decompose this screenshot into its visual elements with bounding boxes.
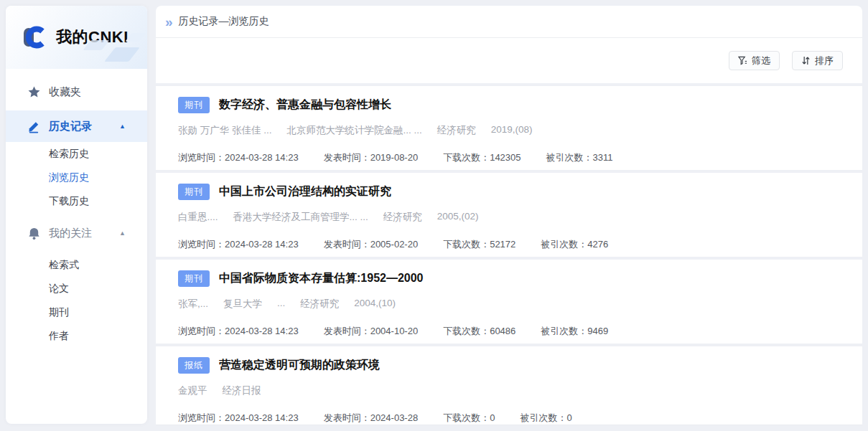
sidebar-item-browse-history[interactable]: 浏览历史 <box>6 166 147 189</box>
sidebar-item-papers[interactable]: 论文 <box>6 277 147 300</box>
breadcrumb: » 历史记录—浏览历史 <box>156 6 862 38</box>
record-list: 期刊数字经济、普惠金融与包容性增长张勋 万广华 张佳佳 ...北京师范大学统计学… <box>156 86 862 425</box>
record-title-link[interactable]: 营造稳定透明可预期的政策环境 <box>219 358 380 373</box>
toolbar: 筛选 排序 <box>156 38 862 83</box>
meta-segment: 经济研究 <box>437 124 476 137</box>
record-stats: 浏览时间：2024-03-28 14:23发表时间：2019-08-20下载次数… <box>178 151 862 164</box>
record-meta: 张军,...复旦大学...经济研究2004,(10) <box>178 298 862 311</box>
record-type-badge: 期刊 <box>178 184 210 200</box>
logo-decoration <box>104 47 140 62</box>
meta-segment: 2004,(10) <box>354 298 396 311</box>
sidebar-item-download-history[interactable]: 下载历史 <box>6 189 147 213</box>
stat-browse-time: 浏览时间：2024-03-28 14:23 <box>178 325 299 338</box>
sidebar-item-history[interactable]: 历史记录 ▲ <box>6 110 147 142</box>
meta-segment: 香港大学经济及工商管理学... ... <box>233 211 368 224</box>
sidebar-nav: 收藏夹 历史记录 ▲ 检索历史 浏览历史 下载历史 <box>6 69 147 348</box>
meta-segment: 北京师范大学统计学院金融... ... <box>287 124 422 137</box>
stat-citations: 被引次数：3311 <box>546 151 613 164</box>
sort-button-label: 排序 <box>815 55 834 67</box>
meta-segment: 金观平 <box>178 384 207 397</box>
meta-segment: 张军,... <box>178 298 208 311</box>
meta-segment: 经济日报 <box>223 384 261 397</box>
stat-citations: 被引次数：9469 <box>541 325 608 338</box>
main-content: » 历史记录—浏览历史 筛选 排序 <box>156 6 862 425</box>
sort-button[interactable]: 排序 <box>792 51 843 70</box>
record-row: 期刊中国上市公司治理结构的实证研究白重恩....香港大学经济及工商管理学... … <box>156 173 862 257</box>
sidebar-item-label: 历史记录 <box>49 120 92 133</box>
stat-browse-time: 浏览时间：2024-03-28 14:23 <box>178 412 299 425</box>
sidebar-item-favorites[interactable]: 收藏夹 <box>6 76 147 108</box>
stat-publish-time: 发表时间：2024-03-28 <box>324 412 419 425</box>
stat-downloads: 下载次数：60486 <box>443 325 515 338</box>
record-title-link[interactable]: 数字经济、普惠金融与包容性增长 <box>219 98 391 113</box>
record-row: 期刊数字经济、普惠金融与包容性增长张勋 万广华 张佳佳 ...北京师范大学统计学… <box>156 86 862 170</box>
star-icon <box>27 85 41 99</box>
meta-segment: ... <box>277 298 285 311</box>
stat-browse-time: 浏览时间：2024-03-28 14:23 <box>178 151 299 164</box>
record-type-badge: 期刊 <box>178 97 210 113</box>
record-stats: 浏览时间：2024-03-28 14:23发表时间：2004-10-20下载次数… <box>178 325 862 338</box>
sidebar-item-follow[interactable]: 我的关注 ▲ <box>6 217 147 249</box>
chevron-up-icon[interactable]: ▲ <box>119 229 126 237</box>
header-panel: » 历史记录—浏览历史 筛选 排序 <box>156 6 862 83</box>
record-title-link[interactable]: 中国上市公司治理结构的实证研究 <box>219 184 391 199</box>
sidebar-item-journals[interactable]: 期刊 <box>6 300 147 324</box>
meta-segment: 2005,(02) <box>437 211 479 224</box>
record-stats: 浏览时间：2024-03-28 14:23发表时间：2005-02-20下载次数… <box>178 238 862 251</box>
record-stats: 浏览时间：2024-03-28 14:23发表时间：2024-03-28下载次数… <box>178 412 862 425</box>
sort-icon <box>801 56 811 65</box>
double-chevron-icon: » <box>165 15 172 29</box>
stat-downloads: 下载次数：52172 <box>443 238 515 251</box>
logo-area: 我的CNKI <box>6 6 147 69</box>
stat-publish-time: 发表时间：2019-08-20 <box>324 151 419 164</box>
record-row: 报纸营造稳定透明可预期的政策环境金观平经济日报浏览时间：2024-03-28 1… <box>156 346 862 425</box>
meta-segment: 2019,(08) <box>491 124 533 137</box>
sidebar-item-search-expression[interactable]: 检索式 <box>6 253 147 277</box>
meta-segment: 复旦大学 <box>223 298 262 311</box>
pen-icon <box>27 120 41 133</box>
record-type-badge: 期刊 <box>178 270 210 287</box>
sidebar-item-label: 我的关注 <box>49 227 92 240</box>
filter-button[interactable]: 筛选 <box>729 51 780 70</box>
record-title-link[interactable]: 中国省际物质资本存量估算:1952—2000 <box>219 271 424 286</box>
meta-segment: 经济研究 <box>300 298 339 311</box>
stat-downloads: 下载次数：142305 <box>443 151 521 164</box>
stat-browse-time: 浏览时间：2024-03-28 14:23 <box>178 238 299 251</box>
meta-segment: 张勋 万广华 张佳佳 ... <box>178 124 272 137</box>
bell-icon <box>27 227 41 240</box>
record-meta: 金观平经济日报 <box>178 384 862 397</box>
cnki-logo-icon <box>23 26 50 49</box>
chevron-up-icon[interactable]: ▲ <box>119 123 126 130</box>
stat-publish-time: 发表时间：2005-02-20 <box>324 238 419 251</box>
sidebar-item-authors[interactable]: 作者 <box>6 324 147 348</box>
stat-publish-time: 发表时间：2004-10-20 <box>324 325 419 338</box>
sidebar-item-search-history[interactable]: 检索历史 <box>6 142 147 166</box>
record-meta: 白重恩....香港大学经济及工商管理学... ...经济研究2005,(02) <box>178 211 862 224</box>
sidebar: 我的CNKI 收藏夹 历史记录 ▲ <box>6 6 147 424</box>
filter-icon <box>738 56 747 65</box>
meta-segment: 白重恩.... <box>178 211 218 224</box>
record-type-badge: 报纸 <box>178 357 210 374</box>
stat-citations: 被引次数：4276 <box>541 238 608 251</box>
sidebar-item-label: 收藏夹 <box>49 85 81 99</box>
record-row: 期刊中国省际物质资本存量估算:1952—2000张军,...复旦大学...经济研… <box>156 260 862 344</box>
filter-button-label: 筛选 <box>752 55 770 67</box>
record-meta: 张勋 万广华 张佳佳 ...北京师范大学统计学院金融... ...经济研究201… <box>178 124 862 137</box>
page-title: 历史记录—浏览历史 <box>179 15 269 28</box>
meta-segment: 经济研究 <box>383 211 422 224</box>
page: 我的CNKI 收藏夹 历史记录 ▲ <box>0 0 868 431</box>
stat-citations: 被引次数：0 <box>520 412 571 425</box>
stat-downloads: 下载次数：0 <box>443 412 495 425</box>
